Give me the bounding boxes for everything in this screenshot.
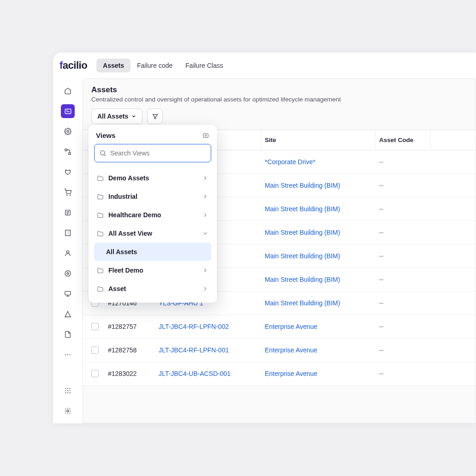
row-site[interactable]: *Corporate Drive* [261, 158, 375, 166]
views-dropdown: Views Demo Assets Industrial Healthcare … [89, 125, 217, 303]
row-checkbox[interactable] [91, 323, 99, 330]
table-row[interactable]: #1283022 JLT-JBC4-UB-ACSD-001 Enterprise… [83, 362, 476, 386]
folder-icon [97, 230, 104, 237]
tab-assets[interactable]: Assets [96, 59, 131, 72]
page-subtitle: Centralized control and oversight of ope… [91, 96, 467, 103]
row-id: #1282757 [104, 323, 155, 330]
col-asset-code: Asset Code [375, 130, 431, 150]
row-name[interactable]: JLT-JBC4-UB-ACSD-001 [155, 370, 261, 377]
row-code: -- [375, 276, 431, 283]
svg-rect-2 [65, 149, 67, 151]
row-site[interactable]: Main Street Building (BIM) [261, 299, 375, 307]
svg-rect-3 [69, 153, 71, 155]
svg-point-10 [65, 271, 71, 276]
view-item-all-assets[interactable]: All Assets [94, 243, 211, 261]
row-id: #1282758 [104, 346, 155, 354]
view-folder-label: Industrial [108, 193, 197, 200]
view-folder-label: Fleet Demo [108, 267, 197, 274]
folder-icon [97, 267, 104, 274]
view-folder-item[interactable]: Healthcare Demo [94, 206, 211, 224]
view-folder-item[interactable]: Fleet Demo [94, 261, 211, 280]
row-checkbox[interactable] [91, 346, 99, 354]
svg-point-21 [65, 393, 66, 393]
svg-point-9 [67, 273, 69, 274]
page-header: Assets Centralized control and oversight… [83, 79, 476, 108]
apps-icon[interactable] [61, 384, 75, 398]
view-selector-chip[interactable]: All Assets [91, 108, 143, 124]
folder-icon [97, 175, 104, 182]
view-sub-label: All Assets [106, 248, 208, 256]
assets-icon[interactable] [61, 104, 75, 118]
row-name[interactable]: JLT-JBC4-RF-LPFN-001 [155, 346, 261, 354]
brand-logo: facilio [60, 60, 87, 71]
triangle-icon[interactable] [61, 307, 75, 321]
brand-rest: acilio [63, 60, 87, 71]
svg-rect-7 [65, 230, 71, 236]
more-icon[interactable] [61, 348, 75, 362]
app-frame: facilio Assets Failure code Failure Clas… [53, 53, 476, 423]
row-site[interactable]: Main Street Building (BIM) [261, 182, 375, 189]
chevron-icon [202, 193, 208, 200]
filter-icon [152, 113, 159, 120]
cart-icon[interactable] [61, 185, 75, 199]
monitor-icon[interactable] [61, 287, 75, 301]
row-code: -- [375, 323, 431, 330]
list-icon[interactable] [61, 206, 75, 220]
svg-point-20 [70, 390, 71, 391]
views-search[interactable] [94, 144, 211, 162]
filter-button[interactable] [147, 108, 163, 124]
svg-point-4 [66, 195, 67, 195]
row-code: -- [375, 252, 431, 260]
svg-point-18 [65, 390, 66, 391]
row-site[interactable]: Main Street Building (BIM) [261, 205, 375, 213]
row-code: -- [375, 229, 431, 236]
doc-icon[interactable] [61, 327, 75, 341]
views-title: Views [96, 131, 115, 139]
view-folder-label: Demo Assets [108, 174, 197, 182]
search-icon [99, 149, 107, 157]
gear-icon[interactable] [61, 125, 75, 138]
row-site[interactable]: Enterprise Avenue [261, 346, 375, 354]
tab-failure-code[interactable]: Failure code [131, 59, 179, 72]
chevron-icon [202, 230, 208, 237]
topbar: facilio Assets Failure code Failure Clas… [53, 53, 476, 78]
view-folder-item[interactable]: Industrial [94, 187, 211, 206]
person-icon[interactable] [61, 246, 75, 260]
svg-point-12 [65, 354, 66, 355]
svg-point-14 [70, 354, 71, 355]
plug-icon[interactable] [61, 165, 75, 179]
page-title: Assets [91, 85, 467, 95]
row-code: -- [375, 346, 431, 354]
table-row[interactable]: #1282757 JLT-JBC4-RF-LPFN-002 Enterprise… [83, 315, 476, 339]
add-view-icon[interactable] [202, 132, 209, 139]
svg-point-26 [101, 151, 105, 155]
main-area: Assets Centralized control and oversight… [83, 78, 476, 423]
svg-point-24 [67, 410, 69, 412]
folder-icon [97, 286, 104, 292]
view-folder-item[interactable]: All Asset View [94, 224, 211, 243]
row-code: -- [375, 182, 431, 189]
building-icon[interactable] [61, 226, 75, 240]
view-folder-item[interactable]: Asset [94, 280, 211, 298]
row-site[interactable]: Main Street Building (BIM) [261, 229, 375, 236]
flow-icon[interactable] [61, 145, 75, 159]
row-name[interactable]: JLT-JBC4-RF-LPFN-002 [155, 323, 261, 330]
table-row[interactable]: #1282758 JLT-JBC4-RF-LPFN-001 Enterprise… [83, 339, 476, 362]
chevron-icon [202, 267, 208, 274]
chevron-icon [202, 212, 208, 218]
row-site[interactable]: Main Street Building (BIM) [261, 276, 375, 283]
view-selector-label: All Assets [97, 113, 128, 120]
settings-icon[interactable] [61, 404, 75, 418]
views-search-input[interactable] [110, 149, 206, 157]
gear2-icon[interactable] [61, 267, 75, 280]
row-site[interactable]: Main Street Building (BIM) [261, 252, 375, 260]
view-folder-item[interactable]: Demo Assets [94, 169, 211, 187]
home-icon[interactable] [61, 84, 75, 98]
tab-failure-class[interactable]: Failure Class [179, 59, 230, 72]
svg-point-22 [67, 393, 68, 393]
svg-point-19 [67, 390, 68, 391]
row-id: #1283022 [104, 370, 155, 377]
row-site[interactable]: Enterprise Avenue [261, 323, 375, 330]
row-checkbox[interactable] [91, 370, 99, 377]
row-site[interactable]: Enterprise Avenue [261, 370, 375, 377]
